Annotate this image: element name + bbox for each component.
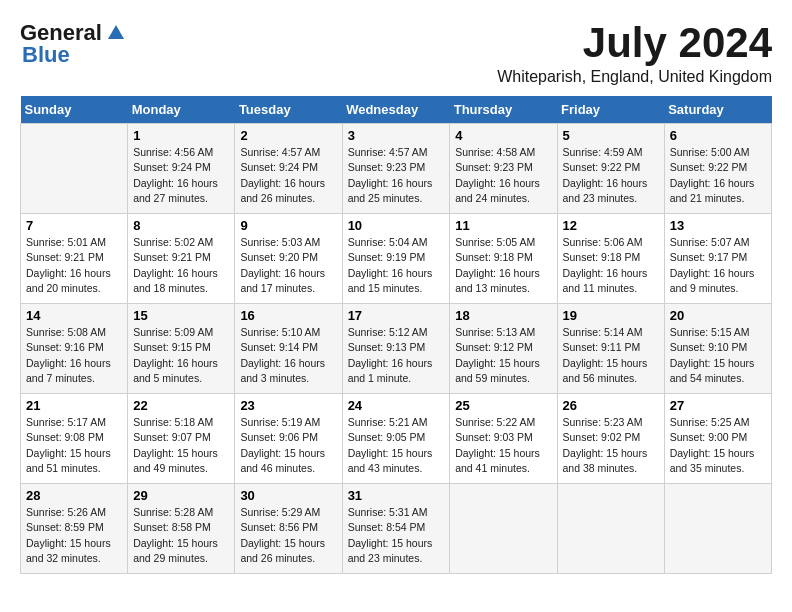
calendar-cell bbox=[21, 124, 128, 214]
page-header: General Blue July 2024 Whiteparish, Engl… bbox=[20, 20, 772, 86]
cell-info: Sunrise: 5:26 AMSunset: 8:59 PMDaylight:… bbox=[26, 505, 122, 566]
day-number: 4 bbox=[455, 128, 551, 143]
calendar-cell: 3Sunrise: 4:57 AMSunset: 9:23 PMDaylight… bbox=[342, 124, 450, 214]
calendar-cell: 25Sunrise: 5:22 AMSunset: 9:03 PMDayligh… bbox=[450, 394, 557, 484]
logo-icon bbox=[106, 23, 126, 43]
day-number: 31 bbox=[348, 488, 445, 503]
cell-info: Sunrise: 5:10 AMSunset: 9:14 PMDaylight:… bbox=[240, 325, 336, 386]
cell-info: Sunrise: 5:23 AMSunset: 9:02 PMDaylight:… bbox=[563, 415, 659, 476]
cell-info: Sunrise: 5:13 AMSunset: 9:12 PMDaylight:… bbox=[455, 325, 551, 386]
day-number: 20 bbox=[670, 308, 766, 323]
calendar-cell: 21Sunrise: 5:17 AMSunset: 9:08 PMDayligh… bbox=[21, 394, 128, 484]
day-number: 2 bbox=[240, 128, 336, 143]
calendar-cell: 22Sunrise: 5:18 AMSunset: 9:07 PMDayligh… bbox=[128, 394, 235, 484]
day-number: 25 bbox=[455, 398, 551, 413]
cell-info: Sunrise: 5:21 AMSunset: 9:05 PMDaylight:… bbox=[348, 415, 445, 476]
cell-info: Sunrise: 5:19 AMSunset: 9:06 PMDaylight:… bbox=[240, 415, 336, 476]
day-number: 8 bbox=[133, 218, 229, 233]
header-friday: Friday bbox=[557, 96, 664, 124]
cell-info: Sunrise: 5:17 AMSunset: 9:08 PMDaylight:… bbox=[26, 415, 122, 476]
calendar-cell: 15Sunrise: 5:09 AMSunset: 9:15 PMDayligh… bbox=[128, 304, 235, 394]
calendar-table: SundayMondayTuesdayWednesdayThursdayFrid… bbox=[20, 96, 772, 574]
calendar-cell: 8Sunrise: 5:02 AMSunset: 9:21 PMDaylight… bbox=[128, 214, 235, 304]
day-number: 21 bbox=[26, 398, 122, 413]
day-number: 29 bbox=[133, 488, 229, 503]
calendar-cell: 7Sunrise: 5:01 AMSunset: 9:21 PMDaylight… bbox=[21, 214, 128, 304]
calendar-cell: 14Sunrise: 5:08 AMSunset: 9:16 PMDayligh… bbox=[21, 304, 128, 394]
cell-info: Sunrise: 5:18 AMSunset: 9:07 PMDaylight:… bbox=[133, 415, 229, 476]
cell-info: Sunrise: 4:56 AMSunset: 9:24 PMDaylight:… bbox=[133, 145, 229, 206]
calendar-cell: 23Sunrise: 5:19 AMSunset: 9:06 PMDayligh… bbox=[235, 394, 342, 484]
cell-info: Sunrise: 5:14 AMSunset: 9:11 PMDaylight:… bbox=[563, 325, 659, 386]
cell-info: Sunrise: 5:06 AMSunset: 9:18 PMDaylight:… bbox=[563, 235, 659, 296]
calendar-cell: 1Sunrise: 4:56 AMSunset: 9:24 PMDaylight… bbox=[128, 124, 235, 214]
calendar-cell: 27Sunrise: 5:25 AMSunset: 9:00 PMDayligh… bbox=[664, 394, 771, 484]
day-number: 12 bbox=[563, 218, 659, 233]
day-number: 26 bbox=[563, 398, 659, 413]
cell-info: Sunrise: 4:57 AMSunset: 9:23 PMDaylight:… bbox=[348, 145, 445, 206]
month-title: July 2024 bbox=[497, 20, 772, 66]
calendar-cell: 31Sunrise: 5:31 AMSunset: 8:54 PMDayligh… bbox=[342, 484, 450, 574]
calendar-cell: 17Sunrise: 5:12 AMSunset: 9:13 PMDayligh… bbox=[342, 304, 450, 394]
header-sunday: Sunday bbox=[21, 96, 128, 124]
calendar-cell bbox=[664, 484, 771, 574]
day-number: 13 bbox=[670, 218, 766, 233]
day-number: 14 bbox=[26, 308, 122, 323]
header-monday: Monday bbox=[128, 96, 235, 124]
svg-marker-0 bbox=[108, 25, 124, 39]
calendar-cell bbox=[450, 484, 557, 574]
cell-info: Sunrise: 5:15 AMSunset: 9:10 PMDaylight:… bbox=[670, 325, 766, 386]
logo: General Blue bbox=[20, 20, 126, 68]
location: Whiteparish, England, United Kingdom bbox=[497, 68, 772, 86]
calendar-week-3: 14Sunrise: 5:08 AMSunset: 9:16 PMDayligh… bbox=[21, 304, 772, 394]
cell-info: Sunrise: 5:00 AMSunset: 9:22 PMDaylight:… bbox=[670, 145, 766, 206]
calendar-cell: 9Sunrise: 5:03 AMSunset: 9:20 PMDaylight… bbox=[235, 214, 342, 304]
day-number: 7 bbox=[26, 218, 122, 233]
day-number: 24 bbox=[348, 398, 445, 413]
day-number: 3 bbox=[348, 128, 445, 143]
cell-info: Sunrise: 5:03 AMSunset: 9:20 PMDaylight:… bbox=[240, 235, 336, 296]
day-number: 1 bbox=[133, 128, 229, 143]
day-number: 5 bbox=[563, 128, 659, 143]
day-number: 27 bbox=[670, 398, 766, 413]
day-number: 30 bbox=[240, 488, 336, 503]
calendar-cell: 30Sunrise: 5:29 AMSunset: 8:56 PMDayligh… bbox=[235, 484, 342, 574]
calendar-cell: 18Sunrise: 5:13 AMSunset: 9:12 PMDayligh… bbox=[450, 304, 557, 394]
cell-info: Sunrise: 5:29 AMSunset: 8:56 PMDaylight:… bbox=[240, 505, 336, 566]
calendar-body: 1Sunrise: 4:56 AMSunset: 9:24 PMDaylight… bbox=[21, 124, 772, 574]
logo-blue: Blue bbox=[22, 42, 70, 68]
calendar-cell: 2Sunrise: 4:57 AMSunset: 9:24 PMDaylight… bbox=[235, 124, 342, 214]
calendar-cell: 19Sunrise: 5:14 AMSunset: 9:11 PMDayligh… bbox=[557, 304, 664, 394]
cell-info: Sunrise: 4:57 AMSunset: 9:24 PMDaylight:… bbox=[240, 145, 336, 206]
day-number: 11 bbox=[455, 218, 551, 233]
title-section: July 2024 Whiteparish, England, United K… bbox=[497, 20, 772, 86]
calendar-week-4: 21Sunrise: 5:17 AMSunset: 9:08 PMDayligh… bbox=[21, 394, 772, 484]
cell-info: Sunrise: 4:59 AMSunset: 9:22 PMDaylight:… bbox=[563, 145, 659, 206]
calendar-cell: 4Sunrise: 4:58 AMSunset: 9:23 PMDaylight… bbox=[450, 124, 557, 214]
calendar-week-1: 1Sunrise: 4:56 AMSunset: 9:24 PMDaylight… bbox=[21, 124, 772, 214]
calendar-cell: 20Sunrise: 5:15 AMSunset: 9:10 PMDayligh… bbox=[664, 304, 771, 394]
day-number: 18 bbox=[455, 308, 551, 323]
day-number: 6 bbox=[670, 128, 766, 143]
calendar-week-5: 28Sunrise: 5:26 AMSunset: 8:59 PMDayligh… bbox=[21, 484, 772, 574]
day-number: 23 bbox=[240, 398, 336, 413]
day-number: 19 bbox=[563, 308, 659, 323]
calendar-cell: 28Sunrise: 5:26 AMSunset: 8:59 PMDayligh… bbox=[21, 484, 128, 574]
cell-info: Sunrise: 5:12 AMSunset: 9:13 PMDaylight:… bbox=[348, 325, 445, 386]
header-tuesday: Tuesday bbox=[235, 96, 342, 124]
cell-info: Sunrise: 5:01 AMSunset: 9:21 PMDaylight:… bbox=[26, 235, 122, 296]
cell-info: Sunrise: 5:31 AMSunset: 8:54 PMDaylight:… bbox=[348, 505, 445, 566]
calendar-cell: 10Sunrise: 5:04 AMSunset: 9:19 PMDayligh… bbox=[342, 214, 450, 304]
calendar-cell: 11Sunrise: 5:05 AMSunset: 9:18 PMDayligh… bbox=[450, 214, 557, 304]
calendar-header-row: SundayMondayTuesdayWednesdayThursdayFrid… bbox=[21, 96, 772, 124]
day-number: 16 bbox=[240, 308, 336, 323]
calendar-cell: 24Sunrise: 5:21 AMSunset: 9:05 PMDayligh… bbox=[342, 394, 450, 484]
cell-info: Sunrise: 4:58 AMSunset: 9:23 PMDaylight:… bbox=[455, 145, 551, 206]
calendar-cell: 16Sunrise: 5:10 AMSunset: 9:14 PMDayligh… bbox=[235, 304, 342, 394]
header-saturday: Saturday bbox=[664, 96, 771, 124]
calendar-cell: 12Sunrise: 5:06 AMSunset: 9:18 PMDayligh… bbox=[557, 214, 664, 304]
cell-info: Sunrise: 5:07 AMSunset: 9:17 PMDaylight:… bbox=[670, 235, 766, 296]
day-number: 28 bbox=[26, 488, 122, 503]
day-number: 17 bbox=[348, 308, 445, 323]
cell-info: Sunrise: 5:08 AMSunset: 9:16 PMDaylight:… bbox=[26, 325, 122, 386]
